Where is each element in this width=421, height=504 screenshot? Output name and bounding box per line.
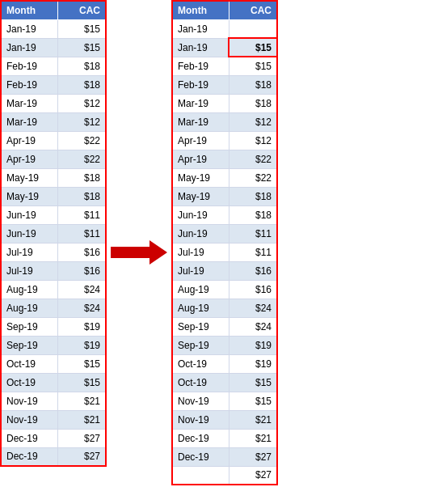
cac-cell: $27: [229, 447, 277, 466]
cac-cell: $11: [229, 243, 277, 261]
month-cell: Sep-19: [1, 336, 57, 354]
month-cell: [172, 466, 229, 485]
table-row: Aug-19$16: [172, 280, 277, 299]
table-row: Jul-19$16: [1, 243, 106, 261]
table-row: Jan-19: [172, 19, 277, 38]
right-table-wrapper: Month CAC Jan-19Jan-19$15Feb-19$15Feb-19…: [171, 0, 278, 485]
table-row: Aug-19$24: [1, 299, 106, 317]
cac-cell: $11: [229, 224, 277, 243]
cac-cell: $12: [229, 131, 277, 150]
month-cell: Jan-19: [172, 19, 229, 38]
month-cell: Jun-19: [172, 205, 229, 224]
month-cell: Dec-19: [172, 447, 229, 466]
table-row: Nov-19$21: [172, 410, 277, 429]
table-row: Apr-19$22: [1, 131, 106, 150]
cac-cell: $16: [229, 261, 277, 280]
month-cell: Nov-19: [172, 392, 229, 410]
cac-cell: $22: [57, 150, 106, 168]
table-row: Sep-19$19: [1, 317, 106, 336]
cac-cell: $16: [57, 243, 106, 261]
cac-cell: $19: [229, 354, 277, 373]
table-row: May-19$22: [172, 168, 277, 187]
cac-cell: $18: [57, 168, 106, 187]
right-table: Month CAC Jan-19Jan-19$15Feb-19$15Feb-19…: [171, 0, 278, 485]
table-row: Aug-19$24: [1, 280, 106, 299]
month-cell: Aug-19: [1, 299, 57, 317]
svg-marker-0: [111, 240, 167, 265]
month-cell: Dec-19: [1, 447, 57, 466]
month-cell: Jan-19: [1, 38, 57, 57]
table-row: Mar-19$12: [1, 112, 106, 131]
right-header-cac: CAC: [229, 1, 277, 19]
cac-cell: $19: [57, 336, 106, 354]
right-arrow-icon: [111, 240, 167, 265]
cac-cell: $21: [57, 392, 106, 410]
month-cell: Oct-19: [1, 354, 57, 373]
month-cell: Dec-19: [1, 429, 57, 447]
cac-cell: $18: [57, 75, 106, 94]
cac-cell: $11: [57, 224, 106, 243]
table-row: $27: [172, 466, 277, 485]
table-row: Dec-19$27: [1, 447, 106, 466]
table-row: Feb-19$18: [1, 57, 106, 75]
arrow-container: [107, 0, 171, 504]
cac-cell: $12: [229, 112, 277, 131]
month-cell: May-19: [172, 187, 229, 205]
table-row: Oct-19$15: [172, 373, 277, 392]
cac-cell: $21: [229, 429, 277, 447]
cac-cell: $27: [57, 447, 106, 466]
table-row: Feb-19$18: [1, 75, 106, 94]
month-cell: Jun-19: [1, 224, 57, 243]
main-container: Month CAC Jan-19$15Jan-19$15Feb-19$18Feb…: [0, 0, 421, 504]
table-row: Jan-19$15: [172, 38, 277, 57]
table-row: Nov-19$21: [1, 392, 106, 410]
table-row: Jun-19$11: [1, 205, 106, 224]
month-cell: Feb-19: [1, 75, 57, 94]
table-row: Dec-19$27: [1, 429, 106, 447]
table-row: Dec-19$21: [172, 429, 277, 447]
table-row: Jul-19$11: [172, 243, 277, 261]
cac-cell: $24: [229, 299, 277, 317]
left-table-wrapper: Month CAC Jan-19$15Jan-19$15Feb-19$18Feb…: [0, 0, 107, 467]
cac-cell: [229, 19, 277, 38]
cac-cell: $16: [229, 280, 277, 299]
table-row: Mar-19$12: [172, 112, 277, 131]
table-row: Mar-19$12: [1, 94, 106, 112]
cac-cell: $15: [229, 373, 277, 392]
month-cell: Jul-19: [1, 261, 57, 280]
cac-cell: $24: [229, 317, 277, 336]
cac-cell: $15: [57, 373, 106, 392]
cac-cell: $11: [57, 205, 106, 224]
month-cell: Jun-19: [1, 205, 57, 224]
month-cell: Jul-19: [172, 261, 229, 280]
month-cell: Oct-19: [172, 354, 229, 373]
month-cell: Jan-19: [1, 19, 57, 38]
table-row: Sep-19$19: [172, 336, 277, 354]
cac-cell: $21: [229, 410, 277, 429]
table-row: Jan-19$15: [1, 19, 106, 38]
month-cell: Apr-19: [1, 150, 57, 168]
cac-cell: $15: [229, 57, 277, 75]
table-row: May-19$18: [1, 168, 106, 187]
table-row: Dec-19$27: [172, 447, 277, 466]
month-cell: May-19: [172, 168, 229, 187]
left-header-cac: CAC: [57, 1, 106, 19]
cac-cell: $18: [229, 205, 277, 224]
table-row: Oct-19$15: [1, 354, 106, 373]
table-row: Sep-19$19: [1, 336, 106, 354]
table-row: Mar-19$18: [172, 94, 277, 112]
cac-cell: $21: [57, 410, 106, 429]
table-row: Apr-19$12: [172, 131, 277, 150]
cac-cell: $18: [57, 187, 106, 205]
month-cell: Nov-19: [1, 392, 57, 410]
table-row: Nov-19$15: [172, 392, 277, 410]
month-cell: Mar-19: [172, 112, 229, 131]
table-row: Oct-19$15: [1, 373, 106, 392]
cac-cell: $19: [57, 317, 106, 336]
cac-cell: $15: [57, 354, 106, 373]
left-header-month: Month: [1, 1, 57, 19]
table-row: Jul-19$16: [1, 261, 106, 280]
cac-cell: $15: [57, 38, 106, 57]
right-header-month: Month: [172, 1, 229, 19]
cac-cell: $12: [57, 94, 106, 112]
